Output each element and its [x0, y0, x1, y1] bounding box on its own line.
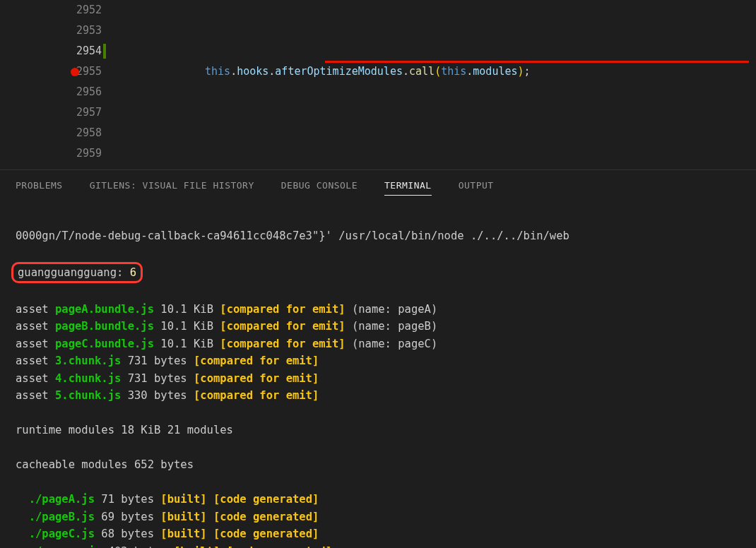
code-editor[interactable]: 2952 2953 2954 2955 2956 2957 2958 2959 … — [0, 0, 756, 169]
terminal-asset-line: asset 5.chunk.js 330 bytes [compared for… — [16, 387, 740, 405]
terminal-module-line: ./pageB.js 69 bytes [built] [code genera… — [16, 508, 740, 526]
terminal-line-highlighted: guangguangguang: 6 — [16, 262, 740, 284]
bottom-panel: PROBLEMS GITLENS: VISUAL FILE HISTORY DE… — [0, 169, 756, 548]
tab-gitlens[interactable]: GITLENS: VISUAL FILE HISTORY — [90, 180, 254, 196]
line-number: 2956 — [0, 82, 102, 102]
code-area[interactable]: this.hooks.afterOptimizeModules.call(thi… — [120, 0, 756, 169]
line-number: 2955 — [0, 61, 102, 82]
line-number: 2953 — [0, 20, 102, 41]
terminal-asset-line: asset pageA.bundle.js 10.1 KiB [compared… — [16, 301, 740, 318]
modified-bar-icon — [103, 44, 106, 59]
code-line[interactable]: this.hooks.afterOptimizeModules.call(thi… — [120, 61, 756, 82]
line-number: 2957 — [0, 102, 102, 123]
terminal-asset-line: asset 3.chunk.js 731 bytes [compared for… — [16, 352, 740, 370]
tab-debug-console[interactable]: DEBUG CONSOLE — [281, 180, 358, 196]
terminal-output[interactable]: 0000gn/T/node-debug-callback-ca94611cc04… — [0, 201, 756, 548]
terminal-line: 0000gn/T/node-debug-callback-ca94611cc04… — [16, 227, 740, 245]
code-line[interactable] — [120, 123, 756, 143]
tab-output[interactable]: OUTPUT — [459, 180, 494, 196]
line-number: 2959 — [0, 143, 102, 164]
panel-tabs: PROBLEMS GITLENS: VISUAL FILE HISTORY DE… — [0, 170, 756, 201]
terminal-line: runtime modules 18 KiB 21 modules — [16, 422, 740, 439]
terminal-asset-line: asset pageC.bundle.js 10.1 KiB [compared… — [16, 335, 740, 353]
terminal-line: cacheable modules 652 bytes — [16, 456, 740, 474]
line-gutter: 2952 2953 2954 2955 2956 2957 2958 2959 — [0, 0, 120, 169]
terminal-module-line: ./pageA.js 71 bytes [built] [code genera… — [16, 491, 740, 508]
terminal-asset-line: asset pageB.bundle.js 10.1 KiB [compared… — [16, 318, 740, 335]
line-number: 2952 — [0, 0, 102, 20]
line-number: 2958 — [0, 123, 102, 143]
tab-problems[interactable]: PROBLEMS — [16, 180, 63, 196]
line-number: 2954 — [0, 41, 102, 61]
terminal-asset-line: asset 4.chunk.js 731 bytes [compared for… — [16, 370, 740, 388]
tab-terminal[interactable]: TERMINAL — [384, 180, 432, 196]
terminal-module-line: ./pageC.js 68 bytes [built] [code genera… — [16, 525, 740, 543]
terminal-module-line: ./common.js 402 bytes [built] [code gene… — [16, 543, 740, 549]
breakpoint-icon[interactable] — [71, 68, 79, 76]
